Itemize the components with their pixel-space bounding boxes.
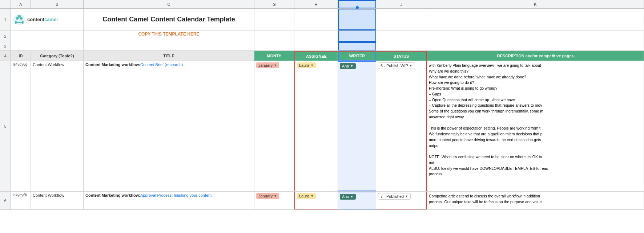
row-num-2: 2 [0,30,11,42]
cell-category-1: Content Workflow [31,61,84,191]
assignee-badge-1[interactable]: Laura ▼ [297,62,316,68]
header-description: DESCRIPTION and/or competitive pages [427,51,644,61]
row2-title-bold: Content Marketing workflow: [85,193,140,197]
logo-icon-svg [13,13,26,26]
col-header-b[interactable]: B [31,0,84,8]
cell-description-2: Competing articles tend to discuss the o… [427,192,644,209]
header-assignee: ASSIGNEE [294,51,338,61]
status-badge-2[interactable]: 7 - Published ▼ [378,193,411,200]
row-num-6: 6 [0,192,11,209]
writer-arrow-1: ▼ [350,64,354,68]
col-header-k[interactable]: K [427,0,644,8]
copy-link-cell[interactable]: COPY THIS TEMPLATE HERE [84,30,254,42]
col-header-j[interactable]: J [376,0,427,8]
spreadsheet: A B C G H I J K 1 contentca [0,0,644,233]
svg-point-3 [18,15,21,17]
cell-month-2[interactable]: January ▼ [254,192,294,209]
row1-title-link[interactable]: Content Brief (research) [140,62,183,67]
writer-label-2: Ana [342,195,349,199]
copy-template-link[interactable]: COPY THIS TEMPLATE HERE [85,32,252,37]
title-row-2: 2 COPY THIS TEMPLATE HERE [0,30,644,42]
col-header-a[interactable]: A [11,0,31,8]
row2-title-link[interactable]: Approval Process: finishing your content [140,193,212,197]
assignee-badge-2[interactable]: Laura ▼ [297,193,316,199]
col-header-h[interactable]: H [294,0,338,8]
cell-status-1[interactable]: 6 - Publish WIP ▼ [376,61,427,191]
status-label-1: 6 - Publish WIP [381,64,408,68]
cell-id-2: le4yqy6k [11,192,31,209]
cell-j2 [376,30,427,42]
row1-description: with Kimberly Plain language overview - … [429,63,548,177]
cell-writer-2[interactable]: Ana ▼ [338,192,376,209]
col-header-i[interactable]: I [338,0,376,8]
cell-k3 [427,42,644,50]
cell-id-1: le4yqy6g [11,61,31,191]
cell-i2[interactable] [338,30,376,42]
row-num-3: 3 [0,42,11,50]
writer-label-1: Ana [342,64,349,68]
cell-h3 [294,42,338,50]
cell-ab3 [11,42,84,50]
month-badge-2[interactable]: January ▼ [256,193,279,199]
cell-i1[interactable] [338,9,376,30]
cell-month-1[interactable]: January ▼ [254,61,294,191]
cell-description-1: with Kimberly Plain language overview - … [427,61,644,191]
svg-point-2 [20,17,23,19]
cell-title-1: Content Marketing workflow: Content Brie… [84,61,254,191]
row1-id: le4yqy6g [13,62,27,66]
status-badge-1[interactable]: 6 - Publish WIP ▼ [378,62,415,69]
cell-status-2[interactable]: 7 - Published ▼ [376,192,427,209]
status-label-2: 7 - Published [381,194,404,199]
assignee-label-1: Laura [299,63,309,68]
logo-cell: contentcamel [11,9,84,30]
writer-badge-2[interactable]: Ana ▼ [340,194,356,200]
cell-k2 [427,30,644,42]
cell-g1 [254,9,294,30]
title-row-1: 1 contentcamel Content Camel Con [0,9,644,30]
header-category: Category (Topic?) [31,51,84,61]
assignee-arrow-1: ▼ [310,64,314,67]
svg-rect-4 [15,20,17,24]
month-arrow-2: ▼ [274,194,277,198]
assignee-arrow-2: ▼ [310,194,314,198]
cell-h2 [294,30,338,42]
col-header-c[interactable]: C [84,0,254,8]
cell-assignee-1[interactable]: Laura ▼ [294,61,338,191]
header-title: TITLE [84,51,254,61]
blank-row: 3 [0,42,644,51]
data-row-1: 5 le4yqy6g Content Workflow Content Mark… [0,61,644,192]
cell-category-2: Content Workflow [31,192,84,209]
cell-title-2: Content Marketing workflow: Approval Pro… [84,192,254,209]
assignee-label-2: Laura [299,194,309,198]
svg-point-1 [16,17,19,19]
main-title: Content Camel Content Calendar Template [102,15,235,24]
row2-description: Competing articles tend to discuss the o… [429,193,542,205]
cell-k1 [427,9,644,30]
cell-ab2 [11,30,84,42]
cell-g2 [254,30,294,42]
row1-category: Content Workflow [33,62,64,67]
writer-badge-1[interactable]: Ana ▼ [340,63,356,69]
row-num-1: 1 [0,9,11,30]
cell-j1 [376,9,427,30]
column-headers-row: A B C G H I J K [0,0,644,9]
row2-category: Content Workflow [33,193,64,197]
month-label-1: January [258,63,273,68]
data-row-2: 6 le4yqy6k Content Workflow Content Mark… [0,192,644,210]
header-status: STATUS [376,51,427,61]
status-arrow-2: ▼ [405,195,408,198]
month-badge-1[interactable]: January ▼ [256,62,279,68]
col-header-g[interactable]: G [254,0,294,8]
cell-c3 [84,42,254,50]
cell-i3[interactable] [338,42,376,50]
row-num-5: 5 [0,61,11,191]
row-num-4: 4 [0,51,11,61]
svg-rect-5 [22,20,23,24]
cell-writer-1[interactable]: Ana ▼ [338,61,376,191]
cell-assignee-2[interactable]: Laura ▼ [294,192,338,209]
header-id: ID [11,51,31,61]
header-row: 4 ID Category (Topic?) TITLE MONTH ASSIG… [0,51,644,61]
writer-arrow-2: ▼ [350,195,354,199]
main-title-cell: Content Camel Content Calendar Template [84,9,254,30]
header-writer: WRITER [338,51,376,61]
